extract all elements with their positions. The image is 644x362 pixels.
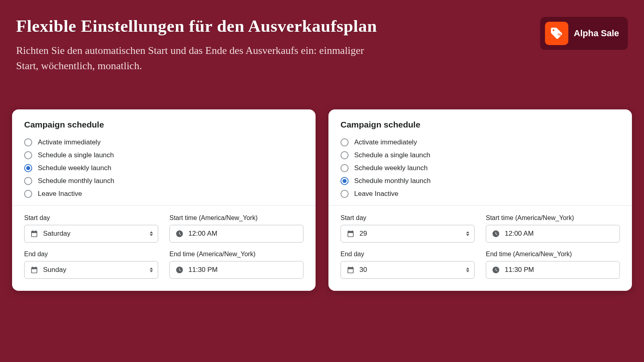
radio-label: Schedule weekly launch	[38, 164, 111, 172]
radio-activate-immediately[interactable]: Activate immediately	[24, 138, 303, 146]
end-time-field-group: End time (America/New_York) 11:30 PM	[486, 251, 620, 279]
start-day-field-group: Start day 29	[341, 214, 475, 243]
clock-icon	[492, 230, 500, 238]
end-time-field-group: End time (America/New_York) 11:30 PM	[169, 251, 303, 279]
radio-label: Schedule a single launch	[354, 151, 430, 159]
end-time-input[interactable]: 11:30 PM	[486, 261, 620, 279]
start-day-select[interactable]: Saturday	[24, 225, 158, 243]
radio-icon	[24, 190, 32, 198]
start-time-value: 12:00 AM	[188, 230, 297, 238]
card-header: Campaign schedule Activate immediately S…	[328, 109, 632, 205]
radio-label: Activate immediately	[354, 138, 417, 146]
start-day-select[interactable]: 29	[341, 225, 475, 243]
end-time-value: 11:30 PM	[188, 266, 297, 274]
end-time-input[interactable]: 11:30 PM	[169, 261, 303, 279]
card-body: Start day Saturday Start time (America/N…	[12, 205, 316, 291]
page-header: Flexible Einstellungen für den Ausverkau…	[0, 0, 644, 81]
radio-icon	[24, 177, 32, 185]
end-time-value: 11:30 PM	[505, 266, 614, 274]
radio-single-launch[interactable]: Schedule a single launch	[24, 151, 303, 159]
radio-label: Schedule monthly launch	[354, 177, 431, 185]
start-time-field-group: Start time (America/New_York) 12:00 AM	[169, 214, 303, 243]
end-day-field-group: End day 30	[341, 251, 475, 279]
clock-icon	[175, 230, 184, 238]
calendar-icon	[347, 230, 355, 238]
radio-leave-inactive[interactable]: Leave Inactive	[24, 190, 303, 198]
radio-icon	[341, 190, 349, 198]
schedule-card-weekly: Campaign schedule Activate immediately S…	[12, 109, 316, 291]
brand-tag-icon: %	[545, 22, 568, 45]
radio-icon	[24, 151, 32, 159]
start-time-input[interactable]: 12:00 AM	[486, 225, 620, 243]
end-day-value: Sunday	[43, 266, 152, 274]
start-time-field-group: Start time (America/New_York) 12:00 AM	[486, 214, 620, 243]
card-body: Start day 29 Start time (America/New_Yor…	[328, 205, 632, 291]
calendar-icon	[347, 266, 355, 274]
radio-group: Activate immediately Schedule a single l…	[24, 138, 303, 198]
schedule-card-monthly: Campaign schedule Activate immediately S…	[328, 109, 632, 291]
brand-badge: % Alpha Sale	[540, 17, 628, 50]
start-day-label: Start day	[24, 214, 158, 222]
start-time-input[interactable]: 12:00 AM	[169, 225, 303, 243]
page-subtitle: Richten Sie den automatischen Start und …	[16, 43, 378, 73]
end-day-value: 30	[359, 266, 469, 274]
radio-icon	[341, 177, 349, 185]
card-title: Campaign schedule	[341, 120, 620, 130]
radio-weekly-launch[interactable]: Schedule weekly launch	[24, 164, 303, 172]
radio-leave-inactive[interactable]: Leave Inactive	[341, 190, 620, 198]
start-time-label: Start time (America/New_York)	[486, 214, 620, 222]
start-day-value: Saturday	[43, 230, 152, 238]
radio-label: Leave Inactive	[38, 190, 82, 198]
card-title: Campaign schedule	[24, 120, 303, 130]
clock-icon	[175, 266, 184, 274]
radio-icon	[341, 138, 349, 146]
radio-icon	[24, 164, 32, 172]
radio-label: Schedule weekly launch	[354, 164, 427, 172]
radio-icon	[341, 151, 349, 159]
calendar-icon	[30, 230, 38, 238]
brand-name: Alpha Sale	[574, 28, 619, 39]
radio-icon	[24, 138, 32, 146]
title-block: Flexible Einstellungen für den Ausverkau…	[16, 16, 540, 73]
start-time-value: 12:00 AM	[505, 230, 614, 238]
radio-monthly-launch[interactable]: Schedule monthly launch	[24, 177, 303, 185]
calendar-icon	[30, 266, 38, 274]
end-day-label: End day	[24, 251, 158, 258]
start-day-value: 29	[359, 230, 469, 238]
end-time-label: End time (America/New_York)	[486, 251, 620, 258]
card-header: Campaign schedule Activate immediately S…	[12, 109, 316, 205]
end-day-field-group: End day Sunday	[24, 251, 158, 279]
radio-monthly-launch[interactable]: Schedule monthly launch	[341, 177, 620, 185]
start-day-label: Start day	[341, 214, 475, 222]
page-title: Flexible Einstellungen für den Ausverkau…	[16, 16, 540, 36]
radio-icon	[341, 164, 349, 172]
radio-activate-immediately[interactable]: Activate immediately	[341, 138, 620, 146]
start-time-label: Start time (America/New_York)	[169, 214, 303, 222]
radio-label: Leave Inactive	[354, 190, 398, 198]
end-time-label: End time (America/New_York)	[169, 251, 303, 258]
radio-label: Schedule monthly launch	[38, 177, 114, 185]
radio-label: Activate immediately	[38, 138, 101, 146]
radio-single-launch[interactable]: Schedule a single launch	[341, 151, 620, 159]
end-day-select[interactable]: Sunday	[24, 261, 158, 279]
cards-container: Campaign schedule Activate immediately S…	[0, 81, 644, 291]
radio-group: Activate immediately Schedule a single l…	[341, 138, 620, 198]
radio-label: Schedule a single launch	[38, 151, 114, 159]
clock-icon	[492, 266, 500, 274]
svg-text:%: %	[557, 32, 561, 37]
end-day-label: End day	[341, 251, 475, 258]
start-day-field-group: Start day Saturday	[24, 214, 158, 243]
radio-weekly-launch[interactable]: Schedule weekly launch	[341, 164, 620, 172]
end-day-select[interactable]: 30	[341, 261, 475, 279]
